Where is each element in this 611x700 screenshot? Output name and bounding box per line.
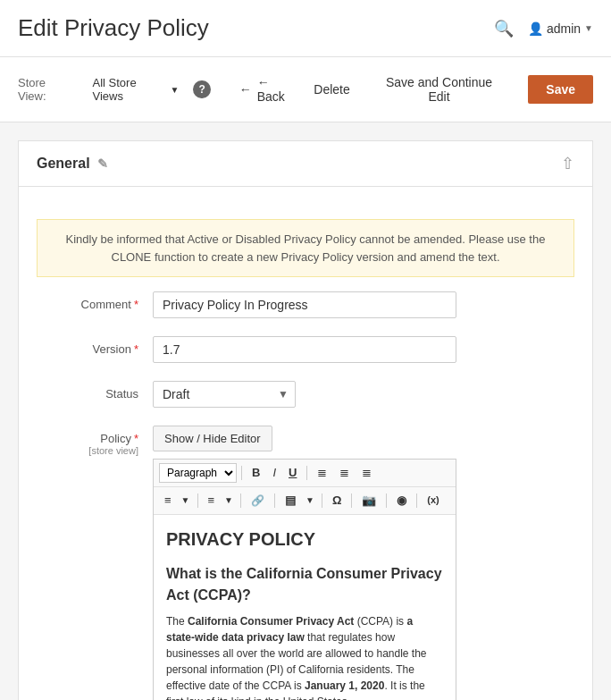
admin-label: admin <box>547 21 581 36</box>
code-button[interactable]: (x) <box>422 492 444 509</box>
editor-toolbar-row2: ≡ ▼ ≡ ▼ 🔗 ▤ ▼ Ω <box>154 487 456 515</box>
editor-title: PRIVACY POLICY <box>166 526 443 552</box>
store-view-label: Store View: <box>18 76 75 103</box>
align-right-button[interactable]: ≣ <box>356 463 377 483</box>
table-button[interactable]: ▤ <box>280 491 301 510</box>
tb-sep-3 <box>197 493 198 508</box>
status-control: Draft Active Disabled ▼ <box>153 381 574 408</box>
italic-button[interactable]: I <box>267 463 281 483</box>
user-icon: 👤 <box>528 21 543 36</box>
edit-icon[interactable]: ✎ <box>97 156 108 171</box>
tb-sep-4 <box>240 493 241 508</box>
bold-button[interactable]: B <box>247 463 265 483</box>
section-title: General ✎ <box>37 156 108 172</box>
status-select-wrapper: Draft Active Disabled ▼ <box>153 381 296 408</box>
comment-input[interactable] <box>153 291 456 318</box>
ol-dropdown-button[interactable]: ▼ <box>222 493 236 509</box>
editor-content[interactable]: PRIVACY POLICY What is the California Co… <box>154 515 456 700</box>
save-continue-button[interactable]: Save and Continue Edit <box>368 68 511 111</box>
status-row: Status Draft Active Disabled ▼ <box>37 381 574 408</box>
store-view-dropdown[interactable]: All Store Views ▼ <box>93 76 180 103</box>
store-view-value: All Store Views <box>93 76 167 103</box>
version-control <box>153 336 574 363</box>
tb-sep-5 <box>274 493 275 508</box>
form-body: Kindly be informed that Active or Disabl… <box>19 187 592 700</box>
tinymce-editor: Paragraph Heading 1 Heading 2 B I U ≣ ≣ <box>153 459 456 700</box>
tb-separator-2 <box>306 466 307 480</box>
collapse-icon[interactable]: ⇧ <box>561 154 574 173</box>
main-content: General ✎ ⇧ Kindly be informed that Acti… <box>0 122 611 700</box>
policy-label: Policy* [store view] <box>37 426 153 456</box>
link-button[interactable]: 🔗 <box>246 492 270 510</box>
chevron-down-icon: ▼ <box>584 23 593 33</box>
notice-bar: Kindly be informed that Active or Disabl… <box>37 219 574 277</box>
comment-row: Comment* <box>37 291 574 318</box>
page-header: Edit Privacy Policy 🔍 👤 admin ▼ <box>0 0 611 57</box>
toolbar-actions: ← ← Back Delete Save and Continue Edit S… <box>239 68 593 111</box>
comment-label: Comment* <box>37 291 153 311</box>
page-title: Edit Privacy Policy <box>18 14 209 42</box>
version-row: Version* <box>37 336 574 363</box>
general-section: General ✎ ⇧ Kindly be informed that Acti… <box>18 140 593 700</box>
align-center-button[interactable]: ≣ <box>334 463 355 483</box>
table-dropdown-button[interactable]: ▼ <box>303 493 317 509</box>
toolbar: Store View: All Store Views ▼ ? ← ← Back… <box>0 57 611 122</box>
underline-button[interactable]: U <box>283 463 302 483</box>
tb-sep-6 <box>322 493 322 508</box>
paragraph-select[interactable]: Paragraph Heading 1 Heading 2 <box>159 463 237 483</box>
align-left-button[interactable]: ≣ <box>312 463 332 483</box>
editor-toolbar-row1: Paragraph Heading 1 Heading 2 B I U ≣ ≣ <box>154 460 456 487</box>
tb-sep-7 <box>351 493 352 508</box>
store-view-chevron-icon: ▼ <box>171 85 180 95</box>
tb-separator-1 <box>241 466 242 480</box>
version-label: Version* <box>37 336 153 356</box>
image-button[interactable]: 📷 <box>356 491 381 510</box>
ordered-list-button[interactable]: ≡ <box>203 491 221 510</box>
save-button[interactable]: Save <box>528 75 593 104</box>
back-button[interactable]: ← ← Back <box>239 75 297 104</box>
status-label: Status <box>37 381 153 401</box>
section-header: General ✎ ⇧ <box>19 141 592 187</box>
unordered-list-button[interactable]: ≡ <box>159 491 177 510</box>
search-icon[interactable]: 🔍 <box>494 19 514 38</box>
version-input[interactable] <box>153 336 456 363</box>
omega-button[interactable]: Ω <box>327 491 347 510</box>
delete-label: Delete <box>314 82 349 97</box>
tb-sep-8 <box>386 493 387 508</box>
status-select[interactable]: Draft Active Disabled <box>153 381 296 408</box>
delete-button[interactable]: Delete <box>314 82 349 97</box>
show-hide-editor-button[interactable]: Show / Hide Editor <box>153 426 272 451</box>
layer-button[interactable]: ◉ <box>391 491 412 510</box>
header-actions: 🔍 👤 admin ▼ <box>494 19 593 38</box>
back-arrow-icon: ← <box>239 82 252 97</box>
editor-paragraph: The California Consumer Privacy Act (CCP… <box>166 613 443 700</box>
tb-sep-9 <box>416 493 417 508</box>
policy-control: Show / Hide Editor Paragraph Heading 1 H… <box>153 426 574 700</box>
help-icon[interactable]: ? <box>193 80 210 98</box>
editor-heading: What is the California Consumer Privacy … <box>166 563 443 606</box>
policy-row: Policy* [store view] Show / Hide Editor … <box>37 426 574 700</box>
admin-user[interactable]: 👤 admin ▼ <box>528 21 593 36</box>
ul-dropdown-button[interactable]: ▼ <box>179 493 193 509</box>
comment-control <box>153 291 574 318</box>
